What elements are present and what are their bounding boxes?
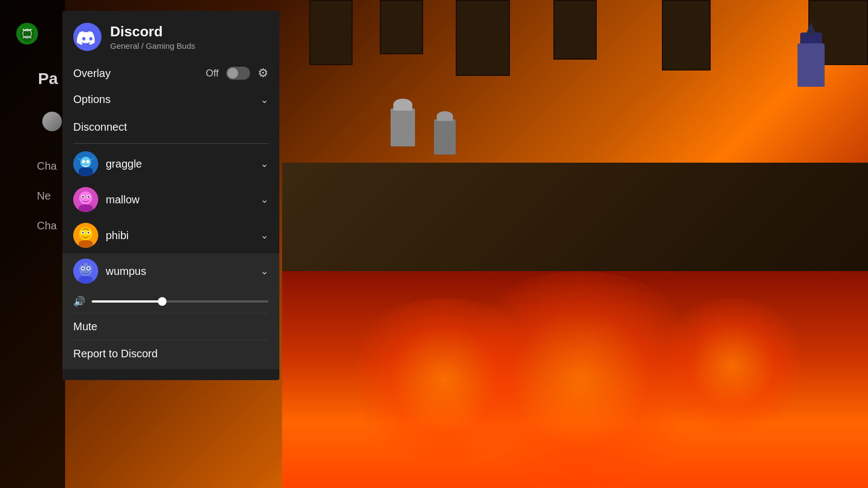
svg-point-21 (81, 235, 85, 238)
svg-point-20 (88, 232, 90, 234)
svg-point-13 (79, 197, 84, 201)
svg-point-4 (80, 157, 91, 168)
user-row-mallow[interactable]: mallow ⌄ (62, 182, 279, 217)
mute-row[interactable]: Mute (73, 313, 269, 340)
options-chevron-icon: ⌄ (260, 94, 269, 106)
sidebar-avatar (42, 112, 62, 131)
game-scene (282, 0, 868, 488)
user-name-graggle: graggle (106, 158, 253, 170)
volume-row: 🔊 (73, 289, 269, 313)
gear-icon[interactable]: ⚙ (258, 66, 269, 80)
options-label: Options (73, 93, 111, 106)
user-row-wumpus[interactable]: wumpus ⌄ (62, 253, 279, 289)
divider (73, 143, 269, 144)
report-row[interactable]: Report to Discord (73, 340, 269, 367)
volume-icon: 🔊 (73, 296, 85, 307)
sidebar-partial-pa: Pa (38, 69, 58, 88)
svg-point-14 (88, 197, 92, 201)
avatar-wumpus (73, 259, 98, 284)
svg-point-5 (82, 160, 85, 163)
user-name-mallow: mallow (106, 194, 253, 206)
fire-glow-right (651, 298, 814, 434)
panel-subtitle: General / Gaming Buds (110, 41, 195, 50)
overlay-status: Off (206, 68, 219, 79)
svg-point-28 (87, 267, 90, 269)
user-row-graggle[interactable]: graggle ⌄ (62, 146, 279, 182)
sidebar-partial-cha1: Cha (37, 160, 57, 172)
volume-slider-thumb[interactable] (158, 297, 167, 306)
phibi-chevron-icon: ⌄ (260, 229, 269, 241)
wumpus-expanded-section: 🔊 Mute Report to Discord (62, 289, 279, 369)
user-row-phibi[interactable]: phibi ⌄ (62, 217, 279, 253)
graggle-chevron-icon: ⌄ (260, 158, 269, 170)
avatar-phibi (73, 223, 98, 248)
header-text: Discord General / Gaming Buds (110, 23, 195, 50)
xbox-logo-area (15, 22, 39, 48)
svg-point-6 (86, 160, 90, 163)
overlay-label: Overlay (73, 67, 111, 80)
sidebar-partial-cha2: Cha (37, 220, 57, 232)
character-knight (391, 108, 415, 146)
mallow-chevron-icon: ⌄ (260, 194, 269, 206)
avatar-graggle (73, 151, 98, 176)
overlay-toggle[interactable] (226, 67, 250, 80)
discord-logo-icon (73, 23, 101, 51)
panel-title: Discord (110, 23, 195, 40)
user-name-wumpus: wumpus (106, 265, 253, 278)
volume-slider-fill (92, 300, 162, 303)
svg-point-19 (82, 232, 84, 234)
sidebar-partial-ne: Ne (37, 190, 51, 202)
overlay-row: Overlay Off ⚙ (62, 61, 279, 86)
character-wizard (797, 43, 825, 87)
mute-label: Mute (73, 320, 97, 332)
options-row[interactable]: Options ⌄ (62, 86, 279, 113)
xbox-logo-icon (15, 22, 39, 46)
character-2 (434, 119, 456, 155)
volume-slider-track[interactable] (92, 300, 269, 303)
disconnect-label: Disconnect (73, 121, 127, 133)
wumpus-chevron-icon: ⌄ (260, 265, 269, 277)
disconnect-row[interactable]: Disconnect (62, 113, 279, 141)
report-label: Report to Discord (73, 348, 158, 359)
user-name-phibi: phibi (106, 229, 253, 242)
discord-panel: Discord General / Gaming Buds Overlay Of… (62, 11, 279, 380)
svg-point-27 (82, 267, 84, 269)
svg-point-22 (87, 235, 90, 238)
panel-header: Discord General / Gaming Buds (62, 11, 279, 61)
avatar-mallow (73, 187, 98, 212)
overlay-controls: Off ⚙ (206, 66, 269, 80)
